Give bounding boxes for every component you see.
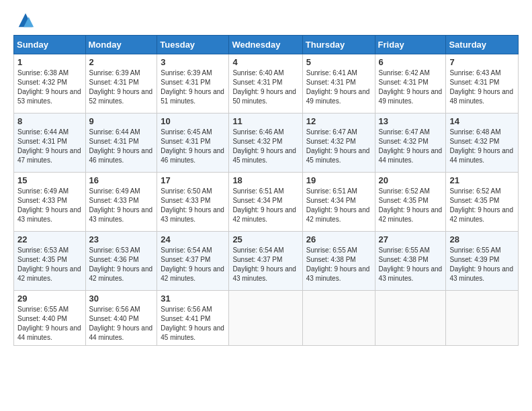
daylight-label: Daylight: 9 hours and 43 minutes.	[232, 265, 296, 282]
sunrise-label: Sunrise: 6:47 AM	[379, 128, 430, 136]
sunrise-label: Sunrise: 6:46 AM	[232, 128, 283, 136]
daylight-label: Daylight: 9 hours and 46 minutes.	[89, 147, 153, 164]
day-number: 30	[89, 293, 154, 304]
sunset-label: Sunset: 4:35 PM	[379, 197, 429, 204]
sunrise-label: Sunrise: 6:55 AM	[17, 306, 69, 313]
day-info: Sunrise: 6:56 AM Sunset: 4:41 PM Dayligh…	[161, 305, 225, 342]
sunrise-label: Sunrise: 6:52 AM	[379, 187, 430, 195]
calendar-cell: 28 Sunrise: 6:55 AM Sunset: 4:39 PM Dayl…	[446, 232, 519, 291]
sunset-label: Sunset: 4:38 PM	[306, 256, 356, 263]
day-info: Sunrise: 6:49 AM Sunset: 4:33 PM Dayligh…	[89, 187, 154, 224]
sunrise-label: Sunrise: 6:55 AM	[449, 246, 500, 254]
calendar-cell	[302, 291, 375, 346]
calendar-cell: 24 Sunrise: 6:54 AM Sunset: 4:37 PM Dayl…	[157, 232, 229, 291]
daylight-label: Daylight: 9 hours and 43 minutes.	[379, 265, 443, 282]
day-info: Sunrise: 6:51 AM Sunset: 4:34 PM Dayligh…	[306, 187, 371, 224]
sunrise-label: Sunrise: 6:55 AM	[306, 246, 357, 254]
day-number: 7	[449, 57, 515, 67]
sunset-label: Sunset: 4:37 PM	[161, 256, 210, 263]
day-number: 27	[379, 234, 443, 244]
daylight-label: Daylight: 9 hours and 45 minutes.	[232, 147, 296, 164]
weekday-header-wednesday: Wednesday	[229, 36, 302, 54]
sunset-label: Sunset: 4:40 PM	[17, 315, 67, 322]
sunset-label: Sunset: 4:41 PM	[161, 315, 210, 322]
daylight-label: Daylight: 9 hours and 43 minutes.	[306, 265, 370, 282]
day-info: Sunrise: 6:51 AM Sunset: 4:34 PM Dayligh…	[232, 187, 298, 224]
day-number: 10	[161, 116, 225, 126]
day-number: 6	[379, 57, 443, 67]
daylight-label: Daylight: 9 hours and 50 minutes.	[232, 88, 296, 105]
calendar-cell: 23 Sunrise: 6:53 AM Sunset: 4:36 PM Dayl…	[85, 232, 157, 291]
sunrise-label: Sunrise: 6:40 AM	[232, 69, 283, 77]
sunset-label: Sunset: 4:35 PM	[449, 197, 499, 204]
sunrise-label: Sunrise: 6:56 AM	[89, 306, 140, 313]
day-number: 29	[17, 293, 82, 304]
calendar-cell: 4 Sunrise: 6:40 AM Sunset: 4:31 PM Dayli…	[229, 54, 302, 113]
calendar-cell: 31 Sunrise: 6:56 AM Sunset: 4:41 PM Dayl…	[157, 291, 229, 346]
day-number: 14	[449, 116, 515, 126]
daylight-label: Daylight: 9 hours and 42 minutes.	[17, 265, 81, 282]
day-info: Sunrise: 6:54 AM Sunset: 4:37 PM Dayligh…	[161, 246, 225, 283]
day-number: 21	[449, 175, 515, 185]
sunrise-label: Sunrise: 6:49 AM	[89, 187, 140, 195]
sunrise-label: Sunrise: 6:49 AM	[17, 187, 69, 195]
sunrise-label: Sunrise: 6:41 AM	[306, 69, 357, 77]
calendar-cell: 13 Sunrise: 6:47 AM Sunset: 4:32 PM Dayl…	[375, 113, 446, 173]
daylight-label: Daylight: 9 hours and 42 minutes.	[379, 206, 443, 223]
sunset-label: Sunset: 4:37 PM	[232, 256, 282, 263]
day-info: Sunrise: 6:42 AM Sunset: 4:31 PM Dayligh…	[379, 68, 443, 106]
day-number: 28	[449, 234, 515, 244]
sunrise-label: Sunrise: 6:45 AM	[161, 128, 212, 136]
daylight-label: Daylight: 9 hours and 52 minutes.	[89, 88, 153, 105]
calendar-cell: 9 Sunrise: 6:44 AM Sunset: 4:31 PM Dayli…	[85, 113, 157, 173]
sunrise-label: Sunrise: 6:53 AM	[17, 246, 69, 254]
sunset-label: Sunset: 4:38 PM	[379, 256, 429, 263]
daylight-label: Daylight: 9 hours and 42 minutes.	[161, 265, 224, 282]
calendar-cell: 27 Sunrise: 6:55 AM Sunset: 4:38 PM Dayl…	[375, 232, 446, 291]
sunset-label: Sunset: 4:32 PM	[379, 138, 429, 145]
sunrise-label: Sunrise: 6:53 AM	[89, 246, 140, 254]
calendar-cell: 15 Sunrise: 6:49 AM Sunset: 4:33 PM Dayl…	[14, 173, 86, 232]
weekday-header-thursday: Thursday	[302, 36, 375, 54]
page: SundayMondayTuesdayWednesdayThursdayFrid…	[0, 0, 532, 353]
calendar-cell: 7 Sunrise: 6:43 AM Sunset: 4:31 PM Dayli…	[446, 54, 519, 113]
calendar-cell: 11 Sunrise: 6:46 AM Sunset: 4:32 PM Dayl…	[229, 113, 302, 173]
sunset-label: Sunset: 4:33 PM	[17, 197, 67, 204]
sunset-label: Sunset: 4:31 PM	[161, 138, 210, 145]
day-info: Sunrise: 6:44 AM Sunset: 4:31 PM Dayligh…	[17, 128, 82, 165]
day-number: 12	[306, 116, 371, 126]
weekday-header-tuesday: Tuesday	[157, 36, 229, 54]
day-info: Sunrise: 6:55 AM Sunset: 4:40 PM Dayligh…	[17, 305, 82, 342]
sunset-label: Sunset: 4:36 PM	[89, 256, 139, 263]
weekday-header-saturday: Saturday	[446, 36, 519, 54]
daylight-label: Daylight: 9 hours and 51 minutes.	[161, 88, 224, 105]
sunset-label: Sunset: 4:39 PM	[449, 256, 499, 263]
day-number: 3	[161, 57, 225, 67]
sunrise-label: Sunrise: 6:44 AM	[89, 128, 140, 136]
calendar-cell: 22 Sunrise: 6:53 AM Sunset: 4:35 PM Dayl…	[14, 232, 86, 291]
daylight-label: Daylight: 9 hours and 43 minutes.	[89, 206, 153, 223]
day-info: Sunrise: 6:41 AM Sunset: 4:31 PM Dayligh…	[306, 68, 371, 106]
sunrise-label: Sunrise: 6:51 AM	[232, 187, 283, 195]
daylight-label: Daylight: 9 hours and 46 minutes.	[161, 147, 224, 164]
day-info: Sunrise: 6:40 AM Sunset: 4:31 PM Dayligh…	[232, 68, 298, 106]
sunset-label: Sunset: 4:31 PM	[449, 79, 499, 86]
daylight-label: Daylight: 9 hours and 42 minutes.	[306, 206, 370, 223]
logo	[13, 11, 35, 30]
day-info: Sunrise: 6:47 AM Sunset: 4:32 PM Dayligh…	[306, 128, 371, 165]
daylight-label: Daylight: 9 hours and 48 minutes.	[449, 88, 513, 105]
day-number: 22	[17, 234, 82, 244]
day-info: Sunrise: 6:56 AM Sunset: 4:40 PM Dayligh…	[89, 305, 154, 342]
day-number: 23	[89, 234, 154, 244]
sunset-label: Sunset: 4:31 PM	[161, 79, 210, 86]
sunrise-label: Sunrise: 6:52 AM	[449, 187, 500, 195]
daylight-label: Daylight: 9 hours and 43 minutes.	[161, 206, 224, 223]
calendar-cell: 12 Sunrise: 6:47 AM Sunset: 4:32 PM Dayl…	[302, 113, 375, 173]
sunrise-label: Sunrise: 6:48 AM	[449, 128, 500, 136]
daylight-label: Daylight: 9 hours and 53 minutes.	[17, 88, 81, 105]
sunset-label: Sunset: 4:31 PM	[89, 79, 139, 86]
sunset-label: Sunset: 4:33 PM	[161, 197, 210, 204]
sunrise-label: Sunrise: 6:39 AM	[89, 69, 140, 77]
day-info: Sunrise: 6:45 AM Sunset: 4:31 PM Dayligh…	[161, 128, 225, 165]
header	[13, 11, 519, 30]
